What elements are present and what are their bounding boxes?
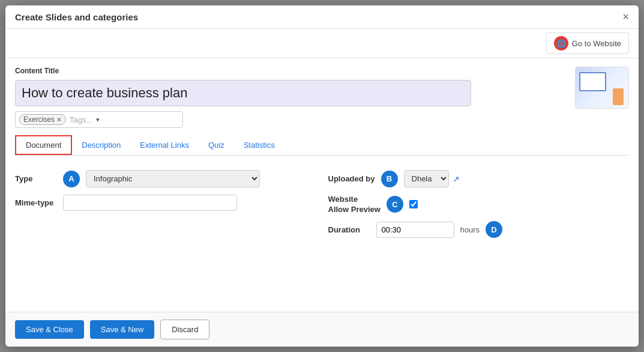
thumb-board (579, 72, 606, 91)
tags-container[interactable]: Exercises ✕ Tags... ▾ (15, 111, 183, 128)
mime-type-input[interactable] (63, 195, 237, 211)
thumbnail-image (576, 67, 628, 108)
website-allow-preview-label-line1: Website (328, 195, 381, 204)
website-allow-preview-checkbox[interactable] (409, 200, 418, 208)
thumb-person (613, 88, 624, 105)
tab-external-links[interactable]: External Links (130, 135, 199, 155)
external-link-icon[interactable]: ↗ (453, 174, 460, 184)
tab-document[interactable]: Document (15, 135, 72, 155)
duration-row: Duration hours D (328, 221, 630, 238)
uploaded-by-select[interactable]: Dhela Admin User (404, 170, 449, 187)
content-title-label: Content Title (15, 67, 568, 75)
mime-type-field-row: Mime-type (15, 195, 316, 211)
website-allow-preview-row: Website Allow Preview C (328, 195, 630, 214)
website-allow-preview-label-line2: Allow Preview (328, 205, 381, 214)
save-close-button[interactable]: Save & Close (15, 320, 84, 339)
tabs-row: Document Description External Links Quiz… (15, 135, 629, 156)
tags-placeholder: Tags... (70, 115, 92, 124)
hours-label: hours (460, 225, 480, 234)
badge-d: D (486, 221, 502, 238)
badge-a: A (63, 171, 80, 187)
save-new-button[interactable]: Save & New (90, 320, 155, 339)
right-fields: Uploaded by B Dhela Admin User ↗ (328, 170, 630, 238)
type-field-row: Type A Infographic Presentation Video PD… (15, 170, 316, 187)
badge-b: B (381, 171, 398, 187)
go-to-website-label: Go to Website (572, 39, 621, 48)
type-label: Type (15, 174, 57, 183)
modal-body: 🌐 Go to Website Content Title Exercises … (5, 29, 639, 312)
tag-pill: Exercises ✕ (19, 114, 66, 125)
tab-quiz[interactable]: Quiz (199, 135, 234, 155)
uploaded-by-label: Uploaded by (328, 174, 375, 183)
document-tab-panel: Type A Infographic Presentation Video PD… (15, 160, 629, 303)
modal: Create Slides and categories × 🌐 Go to W… (5, 5, 639, 347)
left-fields: Type A Infographic Presentation Video PD… (15, 170, 316, 211)
discard-button[interactable]: Discard (160, 320, 209, 339)
duration-input[interactable] (376, 222, 454, 238)
fields-row: Type A Infographic Presentation Video PD… (15, 170, 629, 238)
go-to-website-button[interactable]: 🌐 Go to Website (546, 32, 629, 54)
close-button[interactable]: × (622, 11, 629, 22)
mime-type-label: Mime-type (15, 198, 57, 207)
top-bar: 🌐 Go to Website (5, 29, 639, 58)
tag-remove-icon[interactable]: ✕ (56, 116, 62, 124)
footer: Save & Close Save & New Discard (5, 312, 639, 347)
globe-icon: 🌐 (554, 36, 568, 50)
uploaded-by-wrap: Dhela Admin User ↗ (404, 170, 460, 187)
content-top: Content Title Exercises ✕ Tags... ▾ (15, 67, 629, 128)
thumbnail (575, 67, 629, 109)
tag-label: Exercises (23, 115, 55, 124)
type-select[interactable]: Infographic Presentation Video PDF (86, 170, 260, 187)
tab-statistics[interactable]: Statistics (234, 135, 284, 155)
badge-c: C (387, 196, 403, 213)
tab-description[interactable]: Description (72, 135, 130, 155)
modal-header: Create Slides and categories × (5, 5, 639, 29)
chevron-down-icon: ▾ (96, 116, 100, 124)
modal-title: Create Slides and categories (15, 12, 138, 22)
content-main: Content Title Exercises ✕ Tags... ▾ (15, 67, 568, 128)
duration-label: Duration (328, 225, 370, 234)
uploaded-by-row: Uploaded by B Dhela Admin User ↗ (328, 170, 630, 187)
content-area: Content Title Exercises ✕ Tags... ▾ (5, 58, 639, 312)
content-title-input[interactable] (15, 80, 471, 106)
